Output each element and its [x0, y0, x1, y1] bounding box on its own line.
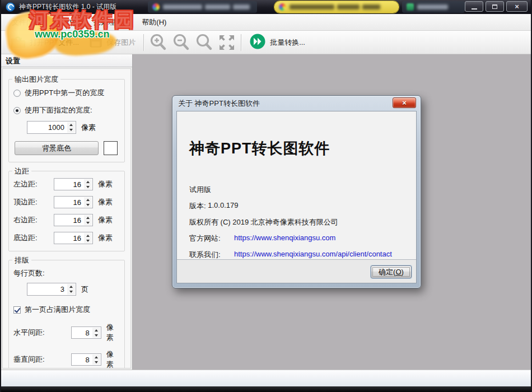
width-spinbox[interactable]: 1000	[27, 121, 76, 134]
horizontal-spacing-spinbox[interactable]: 8	[71, 326, 101, 339]
spin-down-button[interactable]	[84, 202, 92, 207]
arrow-down-icon	[95, 361, 98, 363]
ok-label-key: O	[395, 268, 401, 276]
margin-right-value[interactable]: 16	[73, 214, 81, 226]
spin-down-button[interactable]	[92, 333, 100, 338]
margin-left-label: 左边距:	[13, 179, 54, 189]
arrow-up-icon	[86, 199, 90, 201]
horizontal-spacing-unit: 像素	[106, 323, 120, 343]
zoom-out-button[interactable]	[170, 32, 193, 53]
menu-batch[interactable]: 批处理(B)	[85, 14, 133, 30]
spin-up-button[interactable]	[67, 284, 75, 290]
arrow-down-icon	[86, 186, 90, 188]
spin-up-button[interactable]	[84, 179, 92, 184]
margin-right-spinbox[interactable]: 16	[54, 214, 93, 226]
window-title: 神奇PPT转长图软件 1.0 - 试用版	[19, 2, 116, 12]
minimize-icon	[472, 8, 477, 10]
margin-bottom-row: 底边距: 16 像素	[13, 232, 120, 244]
taskbar-edge	[1, 386, 531, 392]
vertical-spacing-spinbox[interactable]: 8	[71, 353, 101, 366]
open-ppt-button[interactable]: 打开PPT文件...	[6, 34, 84, 52]
about-website-row: 官方网站: https://www.shenqixiangsu.com	[189, 234, 406, 244]
save-image-button[interactable]: 保存图片	[84, 33, 141, 52]
spin-up-button[interactable]	[84, 233, 92, 238]
vertical-spacing-value[interactable]: 8	[85, 354, 89, 366]
margin-left-spinbox[interactable]: 16	[54, 178, 93, 190]
toolbar-separator	[143, 34, 144, 51]
width-value[interactable]: 1000	[48, 122, 64, 133]
spin-up-button[interactable]	[84, 215, 92, 220]
background-color-swatch[interactable]	[104, 141, 118, 155]
spin-down-button[interactable]	[84, 184, 92, 189]
radio-label: 使用PPT中第一页的宽度	[25, 88, 104, 98]
green-app-icon	[407, 3, 414, 11]
margin-left-value[interactable]: 16	[73, 179, 81, 190]
margin-top-value[interactable]: 16	[73, 197, 81, 208]
open-folder-icon	[11, 35, 26, 50]
vertical-spacing-unit: 像素	[106, 349, 120, 368]
radio-use-custom-width[interactable]: 使用下面指定的宽度:	[13, 105, 120, 115]
spin-down-button[interactable]	[92, 360, 100, 365]
website-link[interactable]: https://www.shenqixiangsu.com	[234, 234, 335, 244]
batch-convert-label: 批量转换...	[270, 38, 305, 48]
window-controls: ×	[465, 1, 528, 12]
pages-per-row-value[interactable]: 3	[60, 283, 64, 295]
vertical-spacing-row: 垂直间距: 8 像素	[13, 349, 120, 368]
margin-top-spinbox[interactable]: 16	[54, 196, 93, 208]
ok-button[interactable]: 确定(O)	[371, 265, 412, 278]
horizontal-spacing-value[interactable]: 8	[85, 327, 89, 339]
minimize-button[interactable]	[465, 1, 483, 12]
rainbow-app-icon	[279, 3, 286, 11]
first-page-full-width-checkbox-row[interactable]: 第一页占满图片宽度	[13, 305, 120, 315]
spin-down-button[interactable]	[84, 238, 92, 243]
magnifier-icon	[194, 33, 214, 52]
first-page-full-width-label: 第一页占满图片宽度	[25, 305, 90, 315]
fit-to-window-button[interactable]	[216, 32, 238, 53]
pages-per-row-spinbox[interactable]: 3	[27, 283, 76, 296]
batch-convert-button[interactable]: 批量转换...	[244, 31, 310, 53]
spin-down-button[interactable]	[67, 128, 75, 133]
arrow-up-icon	[86, 217, 90, 219]
zoom-in-button[interactable]	[147, 32, 170, 53]
margin-bottom-value[interactable]: 16	[73, 232, 81, 244]
spin-up-button[interactable]	[92, 328, 100, 333]
menu-bar: 文件(F) 视图(V) 批处理(B) 帮助(H)	[1, 14, 531, 31]
version-label: 版本:	[189, 201, 206, 211]
radio-use-first-page-width[interactable]: 使用PPT中第一页的宽度	[13, 88, 120, 98]
menu-help[interactable]: 帮助(H)	[133, 14, 175, 30]
close-button[interactable]: ×	[506, 1, 528, 12]
width-spin-row: 1000 像素	[27, 121, 120, 134]
menu-view[interactable]: 视图(V)	[44, 14, 85, 30]
maximize-button[interactable]	[486, 1, 504, 12]
spin-up-button[interactable]	[84, 197, 92, 202]
pages-per-row-label: 每行页数:	[13, 268, 120, 278]
zoom-reset-button[interactable]	[193, 32, 216, 53]
website-label: 官方网站:	[189, 234, 234, 244]
app-logo-icon	[6, 2, 15, 12]
width-unit-label: 像素	[81, 123, 96, 133]
save-floppy-icon	[89, 35, 102, 50]
contact-link[interactable]: https://www.shenqixiangsu.com/api/client…	[234, 250, 392, 260]
menu-file[interactable]: 文件(F)	[3, 14, 44, 30]
margin-right-row: 右边距: 16 像素	[13, 214, 120, 226]
spin-up-button[interactable]	[92, 354, 100, 360]
margin-bottom-spinbox[interactable]: 16	[54, 232, 93, 244]
about-app-name: 神奇PPT转长图软件	[189, 138, 406, 158]
background-color-button[interactable]: 背景底色	[15, 141, 99, 155]
output-width-group: 输出图片宽度 使用PPT中第一页的宽度 使用下面指定的宽度: 1000	[8, 79, 125, 162]
arrow-up-icon	[69, 124, 73, 126]
dialog-close-button[interactable]: ×	[393, 97, 416, 108]
arrow-down-icon	[86, 240, 90, 242]
spin-up-button[interactable]	[67, 122, 75, 128]
title-bar: 神奇PPT转长图软件 1.0 - 试用版 ×	[1, 0, 531, 14]
batch-convert-icon	[249, 33, 266, 52]
arrow-up-icon	[86, 181, 90, 183]
spin-down-button[interactable]	[67, 290, 75, 295]
blurred-text	[290, 4, 380, 10]
margin-top-row: 顶边距: 16 像素	[13, 196, 120, 208]
spin-down-button[interactable]	[84, 220, 92, 225]
about-dialog-content: 神奇PPT转长图软件 试用版 版本: 1.0.0.179 版权所有 (C) 20…	[177, 111, 416, 260]
margin-top-unit: 像素	[98, 197, 113, 207]
about-copyright: 版权所有 (C) 2019 北京神奇像素科技有限公司	[189, 217, 406, 227]
margin-bottom-label: 底边距:	[13, 233, 54, 243]
